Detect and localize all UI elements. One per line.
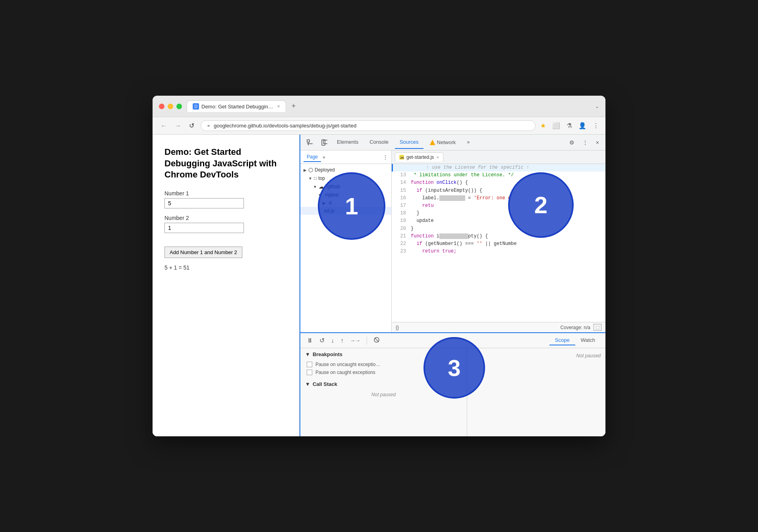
number2-label: Number 2 [164, 215, 287, 221]
tree-item-getstarted-js[interactable]: ed.js [300, 207, 391, 215]
breakpoints-panel: ▼ Breakpoints Pause on uncaught exceptio… [300, 348, 467, 436]
code-tab-close[interactable]: × [436, 155, 439, 160]
bookmark-icon[interactable]: ★ [540, 122, 546, 129]
step-over-button[interactable]: ↺ [318, 335, 326, 346]
code-panel: JS get-started.js × ↑ use the License fo… [392, 150, 605, 332]
add-button[interactable]: Add Number 1 and Number 2 [164, 247, 242, 258]
scope-tab[interactable]: Scope [549, 335, 575, 345]
tree-arrow-icon: ▶ [304, 168, 307, 172]
number1-input[interactable] [164, 198, 244, 208]
number2-input[interactable] [164, 223, 244, 233]
bp-caught: Pause on caught exceptions [305, 368, 462, 376]
tree-arrow-icon: ▼ [308, 176, 312, 181]
code-line-17: 17 retu [392, 202, 605, 210]
tree-item-top[interactable]: ▼ □ top [300, 174, 391, 182]
tree-item-d[interactable]: ▶ d [300, 199, 391, 207]
tree-item-samples[interactable]: ▼ mples/ [300, 191, 391, 199]
refresh-button[interactable]: ↺ [188, 120, 196, 131]
new-tab-button[interactable]: + [289, 102, 298, 110]
folder-icon: □ [314, 175, 317, 181]
tree-item-deployed[interactable]: ▶ ⬡ Deployed [300, 166, 391, 174]
tab-sources[interactable]: Sources [395, 136, 423, 149]
tree-arrow-icon: ▼ [318, 193, 322, 197]
deployed-icon: ⬡ [308, 167, 313, 173]
forward-button[interactable]: → [173, 121, 183, 131]
svg-text:JS: JS [400, 156, 404, 160]
breakpoints-arrow: ▼ [305, 351, 310, 357]
close-button[interactable] [159, 104, 164, 109]
deactivate-breakpoints-button[interactable] [372, 335, 381, 346]
svg-line-8 [375, 338, 379, 342]
continue-button[interactable]: →→ [348, 336, 362, 345]
extensions-icon[interactable]: ⬜ [552, 122, 560, 129]
minimize-button[interactable] [168, 104, 173, 109]
code-line-truncated: ↑ use the License for the specific ↑ [392, 164, 605, 172]
security-icon: ⚭ [207, 123, 211, 129]
code-line-15: 15 if (inputsAreEmpty()) { [392, 187, 605, 195]
tab-more[interactable]: » [462, 136, 474, 149]
callstack-title[interactable]: ▼ Call Stack [305, 381, 462, 387]
tab-console[interactable]: Console [365, 136, 393, 149]
code-line-18: 18 } [392, 210, 605, 217]
code-line-13: 13 * limitations under the License. */ [392, 172, 605, 179]
breakpoints-title[interactable]: ▼ Breakpoints [305, 351, 462, 357]
active-tab[interactable]: D Demo: Get Started Debuggin… × [187, 100, 286, 112]
menu-icon[interactable]: ⋮ [593, 122, 599, 129]
step-into-button[interactable]: ↓ [329, 335, 336, 346]
url-bar[interactable]: ⚭ googlechrome.github.io/devtools-sample… [201, 120, 536, 131]
bp-uncaught-checkbox[interactable] [307, 362, 312, 367]
not-paused-right: Not paused [576, 353, 601, 359]
code-line-22: 22 if (getNumber1() === '' || getNumbe [392, 240, 605, 248]
panel-more[interactable]: » [321, 153, 327, 162]
demo-title: Demo: Get Started Debugging JavaScript w… [164, 146, 287, 181]
back-button[interactable]: ← [159, 121, 168, 131]
code-tabs: JS get-started.js × [392, 150, 605, 164]
tab-close-button[interactable]: × [277, 104, 280, 109]
devtools-menu-button[interactable]: ⋮ [579, 137, 591, 148]
devtools-close-button[interactable]: × [593, 137, 602, 148]
address-bar: ← → ↺ ⚭ googlechrome.github.io/devtools-… [153, 117, 605, 135]
devtools-bottom: ⏸ ↺ ↓ ↑ →→ Scope [300, 333, 605, 436]
code-line-16: 16 label.········· = 'Error: one c [392, 195, 605, 202]
pause-button[interactable]: ⏸ [305, 335, 315, 346]
not-paused-left: Not paused [305, 390, 462, 399]
devtools-top: Page » ⋮ ▶ ⬡ Deployed ▼ [300, 150, 605, 333]
demo-page: Demo: Get Started Debugging JavaScript w… [153, 135, 300, 436]
step-out-button[interactable]: ↑ [339, 335, 345, 346]
tab-favicon: D [193, 103, 199, 110]
code-line-14: 14 function onClick() { [392, 179, 605, 187]
tab-network[interactable]: Network [425, 136, 461, 148]
number1-label: Number 1 [164, 190, 287, 197]
browser-window: D Demo: Get Started Debuggin… × + ⌄ ← → … [153, 96, 605, 436]
demo-result: 5 + 1 = 51 [164, 264, 287, 271]
format-button[interactable]: {} [396, 325, 399, 330]
file-tree-panel: Page » ⋮ ▶ ⬡ Deployed ▼ [300, 150, 392, 332]
tab-title: Demo: Get Started Debuggin… [201, 104, 273, 110]
bp-caught-checkbox[interactable] [307, 370, 312, 375]
device-toggle-button[interactable] [318, 137, 331, 148]
tab-elements[interactable]: Elements [332, 136, 363, 149]
main-content: Demo: Get Started Debugging JavaScript w… [153, 135, 605, 436]
watch-tab[interactable]: Watch [575, 335, 601, 345]
svg-rect-4 [323, 140, 327, 144]
url-text: googlechrome.github.io/devtools-samples/… [214, 123, 356, 129]
code-tab-getstarted[interactable]: JS get-started.js × [395, 152, 443, 162]
page-tab[interactable]: Page [304, 152, 321, 162]
coverage-icon[interactable]: ⬚ [594, 324, 601, 331]
settings-button[interactable]: ⚙ [566, 137, 578, 148]
tab-dropdown-icon[interactable]: ⌄ [595, 104, 599, 109]
devtools-body: Page » ⋮ ▶ ⬡ Deployed ▼ [300, 150, 605, 436]
inspect-element-button[interactable] [304, 137, 316, 148]
code-tab-filename: get-started.js [406, 154, 434, 160]
panel-menu-button[interactable]: ⋮ [383, 154, 388, 160]
labs-icon[interactable]: ⚗ [567, 122, 572, 129]
profile-icon[interactable]: 👤 [578, 122, 586, 129]
maximize-button[interactable] [176, 104, 182, 109]
code-statusbar: {} Coverage: n/a ⬚ [392, 322, 605, 332]
tree-item-github[interactable]: ▼ ☁ .github [300, 182, 391, 191]
code-line-21: 21 function i··········pty() { [392, 233, 605, 240]
traffic-lights [159, 104, 182, 109]
devtools-toolbar: Elements Console Sources Network » ⚙ ⋮ × [300, 135, 605, 150]
code-content[interactable]: ↑ use the License for the specific ↑ 13 … [392, 164, 605, 322]
file-tree: ▶ ⬡ Deployed ▼ □ top ▼ ☁ [300, 164, 391, 332]
